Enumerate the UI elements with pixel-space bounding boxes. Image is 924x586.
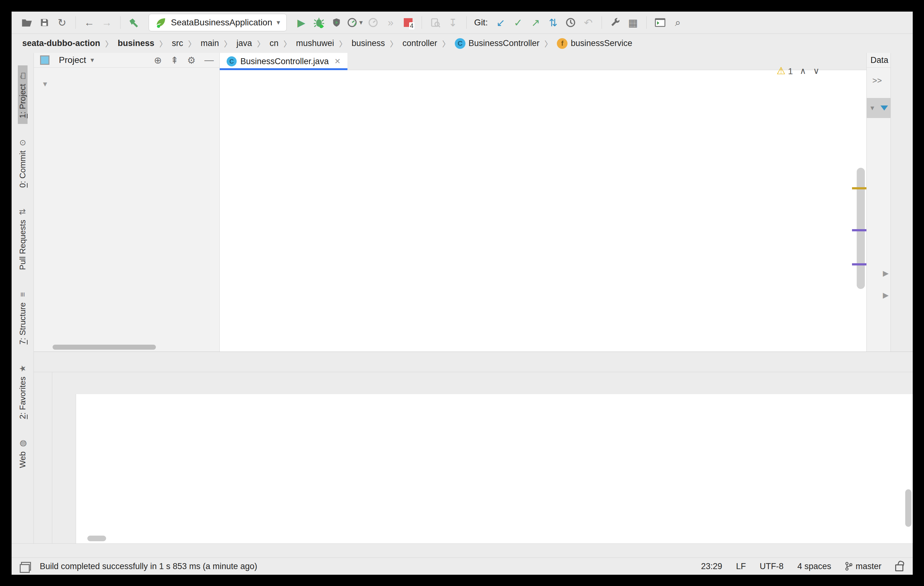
profiler-attach-icon[interactable] (366, 15, 380, 30)
git-branch-widget[interactable]: master (845, 561, 881, 571)
sidebar-item-web[interactable]: Web◍ (18, 433, 28, 474)
sidebar-item---project[interactable]: 1: Project🗀 (18, 65, 28, 124)
database-panel: Data >> ▼ ▶ ▶ (866, 53, 891, 352)
breadcrumb-item[interactable]: src (172, 38, 183, 48)
console-horizontal-scrollbar[interactable] (87, 536, 106, 541)
class-icon: C (455, 38, 465, 49)
breadcrumb-separator: 〉 (188, 38, 196, 49)
scrollbar-usage-mark (852, 229, 866, 231)
toolbar-separator (120, 16, 120, 29)
tree-horizontal-scrollbar[interactable] (53, 345, 156, 350)
build-hammer-icon[interactable] (127, 15, 141, 30)
breadcrumb-item[interactable]: business (351, 38, 385, 48)
project-structure-icon[interactable]: ▦ (626, 15, 640, 30)
warning-count: 1 (788, 66, 793, 76)
debug-toolwindow (34, 352, 913, 544)
caret-position[interactable]: 23:29 (701, 561, 723, 571)
warning-icon: ⚠ (777, 65, 785, 76)
code-area[interactable] (220, 70, 866, 352)
breadcrumb-item[interactable]: controller (403, 38, 437, 48)
git-commit-icon[interactable]: ✓ (511, 15, 525, 30)
toolbar-separator (602, 16, 602, 29)
coverage-icon[interactable] (329, 15, 344, 30)
console-actions-column (52, 394, 76, 544)
skip-icon[interactable]: » (383, 15, 398, 30)
sidebar-item---favorites[interactable]: 2: Favorites★ (18, 358, 28, 425)
git-push-icon[interactable]: ↗ (528, 15, 543, 30)
hide-panel-icon[interactable]: — (205, 55, 214, 65)
save-icon[interactable] (37, 15, 52, 30)
project-panel-title[interactable]: Project (59, 55, 86, 65)
breadcrumb-item[interactable]: main (201, 38, 219, 48)
profiler-icon[interactable]: ▾ (347, 15, 363, 30)
project-panel: Project ▾ ⊕ ⇞ ⚙ — ▼ (34, 53, 220, 352)
breadcrumb-item[interactable]: seata-dubbo-action (22, 38, 100, 48)
database-filter-row[interactable]: ▼ (867, 98, 891, 118)
breadcrumb-item[interactable]: CBusinessController (455, 38, 540, 49)
editor-scrollbar[interactable] (857, 168, 865, 289)
wrench-icon[interactable] (608, 15, 622, 30)
breadcrumb-item[interactable]: cn (269, 38, 279, 48)
search-icon[interactable]: ⌕ (670, 15, 685, 30)
collapse-all-icon[interactable]: ⇞ (171, 55, 178, 66)
breadcrumb-separator: 〉 (544, 38, 552, 49)
indent-setting[interactable]: 4 spaces (797, 561, 831, 571)
next-warning-icon[interactable]: ∨ (813, 66, 820, 76)
locate-icon[interactable]: ⊕ (154, 55, 162, 66)
chevron-down-icon[interactable]: ▾ (91, 56, 94, 64)
inspections-widget[interactable]: ⚠ 1 ∧ ∨ (777, 65, 820, 77)
tree-collapse-icon[interactable]: ▼ (40, 80, 51, 88)
prev-warning-icon[interactable]: ∧ (800, 66, 806, 76)
breadcrumb-item[interactable]: java (237, 38, 252, 48)
line-ending[interactable]: LF (736, 561, 746, 571)
find-file-icon[interactable] (428, 15, 442, 30)
debug-bug-icon[interactable] (312, 15, 326, 30)
tree-expand-icon[interactable]: ▶ (883, 291, 889, 300)
lock-icon[interactable] (895, 565, 903, 571)
forward-icon[interactable]: → (99, 15, 114, 30)
right-toolwindow-stripe (891, 53, 913, 352)
left-toolwindow-stripe: 1: Project🗀0: Commit⊙Pull Requests⇅7: St… (12, 53, 34, 544)
database-panel-title: Data (867, 53, 891, 68)
history-clock-icon[interactable] (563, 15, 578, 30)
stop-icon[interactable]: 4 (401, 15, 415, 30)
encoding[interactable]: UTF-8 (760, 561, 784, 571)
sync-icon[interactable]: ↻ (55, 15, 69, 30)
terminal-run-icon[interactable] (653, 15, 667, 30)
more-actions[interactable]: >> (872, 76, 891, 86)
close-icon[interactable]: ✕ (334, 57, 341, 66)
ide-window: ↻←→SeataBusinessApplication▾▶▾»4↧Git:↙✓↗… (12, 12, 913, 575)
sidebar-item-pull-requests[interactable]: Pull Requests⇅ (18, 201, 28, 276)
toolwindow-toggle-icon[interactable] (21, 562, 31, 571)
console-output[interactable] (76, 394, 913, 544)
breadcrumb-separator: 〉 (339, 38, 346, 49)
breadcrumb-item[interactable]: fbusinessService (557, 38, 632, 49)
gear-icon[interactable]: ⚙ (187, 55, 196, 66)
debug-actions-column (34, 372, 52, 544)
breadcrumb-separator: 〉 (257, 38, 264, 49)
tree-expand-icon[interactable]: ▶ (883, 269, 889, 278)
breadcrumb-separator: 〉 (159, 38, 167, 49)
tree-item[interactable]: ▼ (34, 76, 219, 92)
sidebar-item---structure[interactable]: 7: Structure≡ (18, 284, 28, 350)
debug-session-tabs (34, 352, 913, 372)
open-folder-icon[interactable] (20, 15, 34, 30)
bottom-toolwindow-bar (12, 543, 913, 558)
breadcrumb-item[interactable]: mushuwei (296, 38, 334, 48)
run-configuration-select[interactable]: SeataBusinessApplication▾ (148, 14, 287, 31)
editor[interactable]: C BusinessController.java ✕ ⚠ 1 ∧ ∨ (220, 53, 866, 352)
star-icon: ★ (18, 365, 28, 372)
run-icon[interactable]: ▶ (294, 15, 309, 30)
console-vertical-scrollbar[interactable] (905, 489, 911, 527)
box-down-icon[interactable]: ↧ (446, 15, 460, 30)
sidebar-item---commit[interactable]: 0: Commit⊙ (18, 132, 28, 193)
status-message[interactable]: Build completed successfully in 1 s 853 … (40, 561, 257, 571)
class-icon: C (227, 56, 237, 66)
editor-tab[interactable]: C BusinessController.java ✕ (220, 53, 347, 70)
rollback-icon[interactable]: ↶ (581, 15, 595, 30)
back-icon[interactable]: ← (82, 15, 96, 30)
git-update-icon[interactable]: ↙ (493, 15, 508, 30)
module-icon (51, 78, 63, 90)
breadcrumb-item[interactable]: business (118, 38, 154, 48)
git-fetch-icon[interactable]: ⇅ (546, 15, 560, 30)
